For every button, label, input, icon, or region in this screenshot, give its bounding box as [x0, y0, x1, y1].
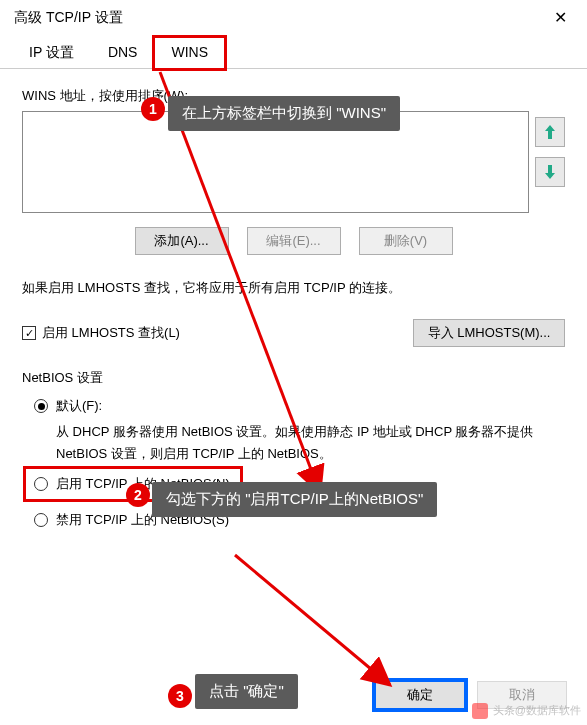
lmhosts-note: 如果启用 LMHOSTS 查找，它将应用于所有启用 TCP/IP 的连接。 [22, 279, 565, 297]
arrow-down-icon [544, 165, 556, 179]
wins-address-label: WINS 地址，按使用排序(W): [22, 87, 565, 105]
add-button[interactable]: 添加(A)... [135, 227, 229, 255]
tab-ip[interactable]: IP 设置 [12, 37, 91, 68]
wins-address-listbox[interactable] [22, 111, 529, 213]
netbios-group-label: NetBIOS 设置 [22, 369, 565, 387]
remove-button[interactable]: 删除(V) [359, 227, 453, 255]
checkbox-icon: ✓ [22, 326, 36, 340]
import-lmhosts-button[interactable]: 导入 LMHOSTS(M)... [413, 319, 565, 347]
radio-default-desc: 从 DHCP 服务器使用 NetBIOS 设置。如果使用静态 IP 地址或 DH… [56, 421, 565, 465]
move-up-button[interactable] [535, 117, 565, 147]
window-title: 高级 TCP/IP 设置 [14, 9, 123, 27]
step-badge-3: 3 [168, 684, 192, 708]
radio-icon [34, 477, 48, 491]
radio-enable-label: 启用 TCP/IP 上的 NetBIOS(N) [56, 475, 230, 493]
watermark-text: 头条@数据库软件 [493, 704, 581, 716]
tab-dns[interactable]: DNS [91, 37, 155, 68]
edit-button[interactable]: 编辑(E)... [247, 227, 341, 255]
tab-wins[interactable]: WINS [154, 37, 225, 69]
callout-3: 点击 "确定" [195, 674, 298, 709]
radio-disable-label: 禁用 TCP/IP 上的 NetBIOS(S) [56, 511, 229, 529]
move-down-button[interactable] [535, 157, 565, 187]
ok-button[interactable]: 确定 [375, 681, 465, 709]
radio-icon [34, 399, 48, 413]
svg-line-1 [235, 555, 390, 685]
watermark: 头条@数据库软件 [472, 703, 581, 719]
radio-enable-netbios[interactable]: 启用 TCP/IP 上的 NetBIOS(N) [34, 475, 230, 493]
radio-disable-netbios[interactable]: 禁用 TCP/IP 上的 NetBIOS(S) [34, 511, 565, 529]
arrow-up-icon [544, 125, 556, 139]
enable-lmhosts-checkbox[interactable]: ✓ 启用 LMHOSTS 查找(L) [22, 324, 180, 342]
watermark-icon [472, 703, 488, 719]
radio-default[interactable]: 默认(F): [34, 397, 565, 415]
close-icon[interactable]: ✕ [546, 8, 575, 27]
radio-default-label: 默认(F): [56, 397, 102, 415]
enable-lmhosts-label: 启用 LMHOSTS 查找(L) [42, 324, 180, 342]
radio-icon [34, 513, 48, 527]
